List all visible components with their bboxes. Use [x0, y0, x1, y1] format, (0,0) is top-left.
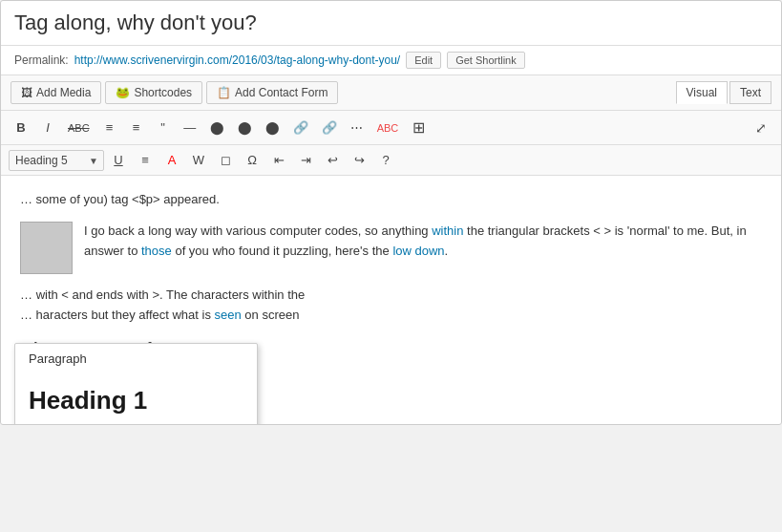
underline-button[interactable]: U — [106, 149, 131, 171]
toolbar-toggle-button[interactable]: ⊞ — [406, 115, 431, 140]
dropdown-heading1[interactable]: Heading 1 — [15, 375, 257, 425]
permalink-url[interactable]: http://www.scrivenervirgin.com/2016/03/t… — [74, 53, 401, 67]
insert-link-button[interactable]: 🔗 — [287, 117, 314, 138]
editor-paragraph1: … some of you) tag <$p> appeared. — [20, 190, 762, 210]
permalink-bar: Permalink: http://www.scrivenervirgin.co… — [1, 46, 781, 75]
indent-in-button[interactable]: ⇥ — [293, 149, 318, 171]
bold-button[interactable]: B — [9, 117, 33, 138]
clear-format-button[interactable]: ◻ — [213, 149, 238, 171]
shortcodes-button[interactable]: 🐸 Shortcodes — [105, 81, 202, 104]
toolbar-top: 🖼 Add Media 🐸 Shortcodes 📋 Add Contact F… — [1, 75, 781, 111]
align-left-button[interactable]: ⬤ — [204, 117, 230, 138]
editor-container: Permalink: http://www.scrivenervirgin.co… — [0, 0, 782, 425]
paragraph-format-dropdown: Paragraph Heading 1 Heading 2 Heading 3 … — [14, 343, 258, 425]
heading-select-wrapper: Paragraph Heading 1 Heading 2 Heading 3 … — [9, 150, 104, 171]
permalink-label: Permalink: — [14, 53, 69, 67]
contact-form-icon: 📋 — [217, 86, 231, 99]
visual-view-button[interactable]: Visual — [676, 81, 728, 104]
formatting-toolbar-row1: B I ABC ≡ ≡ " — ⬤ ⬤ ⬤ 🔗 🔗 ⋯ ABC ⊞ ⤢ — [1, 111, 781, 145]
align-right-button[interactable]: ⬤ — [260, 117, 285, 138]
indent-out-button[interactable]: ⇤ — [266, 149, 291, 171]
editor-image-text: I go back a long way with various comput… — [84, 222, 762, 274]
editor-area[interactable]: Paragraph Heading 1 Heading 2 Heading 3 … — [1, 176, 781, 424]
add-media-button[interactable]: 🖼 Add Media — [11, 81, 101, 104]
spellcheck-button[interactable]: ABC — [371, 118, 405, 138]
dropdown-paragraph[interactable]: Paragraph — [15, 344, 257, 375]
unordered-list-button[interactable]: ≡ — [97, 117, 122, 138]
text-color-button[interactable]: A — [159, 149, 184, 171]
fullscreen-button[interactable]: ⤢ — [749, 117, 773, 139]
paste-word-button[interactable]: W — [186, 149, 211, 171]
permalink-shortlink-button[interactable]: Get Shortlink — [447, 52, 525, 69]
editor-with-image-block: I go back a long way with various comput… — [20, 222, 762, 274]
paragraph-format-select[interactable]: Paragraph Heading 1 Heading 2 Heading 3 … — [9, 150, 104, 171]
editor-content: … some of you) tag <$p> appeared. I go b… — [20, 190, 762, 359]
horizontal-rule-button[interactable]: — — [178, 117, 202, 138]
strikethrough-button[interactable]: ABC — [62, 118, 95, 138]
add-contact-form-button[interactable]: 📋 Add Contact Form — [206, 81, 338, 104]
more-button[interactable]: ⋯ — [345, 117, 370, 138]
special-char-button[interactable]: Ω — [240, 149, 264, 171]
undo-button[interactable]: ↩ — [320, 149, 345, 171]
editor-image — [20, 222, 73, 274]
view-buttons: Visual Text — [676, 81, 771, 104]
remove-link-button[interactable]: 🔗 — [316, 117, 343, 138]
align-center-button[interactable]: ⬤ — [232, 117, 258, 138]
italic-button[interactable]: I — [35, 117, 60, 138]
text-view-button[interactable]: Text — [729, 81, 771, 104]
justify-button[interactable]: ≡ — [133, 149, 158, 171]
blockquote-button[interactable]: " — [151, 117, 176, 138]
add-media-icon: 🖼 — [21, 86, 32, 99]
formatting-toolbar-row2: Paragraph Heading 1 Heading 2 Heading 3 … — [1, 145, 781, 176]
post-title-input[interactable] — [14, 11, 768, 35]
permalink-edit-button[interactable]: Edit — [406, 52, 441, 69]
shortcodes-icon: 🐸 — [116, 86, 130, 99]
title-bar — [1, 1, 781, 46]
ordered-list-button[interactable]: ≡ — [124, 117, 149, 138]
redo-button[interactable]: ↪ — [347, 149, 371, 171]
help-button[interactable]: ? — [373, 149, 398, 171]
editor-paragraph2: … with < and ends with >. The characters… — [20, 286, 762, 326]
